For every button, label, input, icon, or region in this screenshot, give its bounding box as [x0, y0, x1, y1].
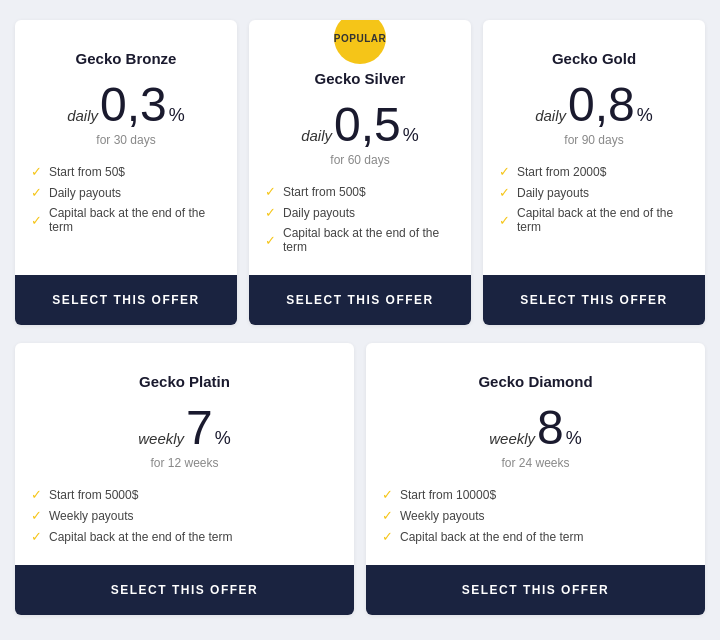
- rate-label-platin: weekly: [138, 430, 184, 447]
- feature-item: ✓Start from 5000$: [31, 484, 338, 505]
- check-icon: ✓: [265, 233, 276, 248]
- rate-period-diamond: for 24 weeks: [382, 456, 689, 470]
- feature-text: Capital back at the end of the term: [283, 226, 455, 254]
- rate-period-bronze: for 30 days: [31, 133, 221, 147]
- feature-text: Start from 50$: [49, 165, 125, 179]
- rate-period-platin: for 12 weeks: [31, 456, 338, 470]
- plan-card-diamond: Gecko Diamondweekly 8 %for 24 weeks✓Star…: [366, 343, 705, 615]
- plan-title-silver: Gecko Silver: [265, 70, 455, 87]
- feature-item: ✓Capital back at the end of the term: [499, 203, 689, 237]
- feature-text: Weekly payouts: [49, 509, 134, 523]
- select-btn-gold[interactable]: SELECT THIS OFFER: [483, 275, 705, 325]
- plan-title-gold: Gecko Gold: [499, 50, 689, 67]
- top-plans-grid: Gecko Bronzedaily 0,3 %for 30 days✓Start…: [15, 20, 705, 325]
- popular-badge: POPULAR: [334, 20, 386, 64]
- feature-text: Daily payouts: [517, 186, 589, 200]
- feature-item: ✓Start from 10000$: [382, 484, 689, 505]
- feature-item: ✓Start from 500$: [265, 181, 455, 202]
- rate-block-diamond: weekly 8 %: [382, 404, 689, 452]
- feature-text: Start from 10000$: [400, 488, 496, 502]
- feature-item: ✓Capital back at the end of the term: [31, 526, 338, 547]
- select-btn-platin[interactable]: SELECT THIS OFFER: [15, 565, 354, 615]
- rate-percent-platin: %: [215, 428, 231, 449]
- rate-block-platin: weekly 7 %: [31, 404, 338, 452]
- check-icon: ✓: [382, 529, 393, 544]
- check-icon: ✓: [31, 185, 42, 200]
- feature-item: ✓Daily payouts: [499, 182, 689, 203]
- feature-item: ✓Weekly payouts: [31, 505, 338, 526]
- features-silver: ✓Start from 500$✓Daily payouts✓Capital b…: [265, 181, 455, 257]
- rate-label-silver: daily: [301, 127, 332, 144]
- feature-text: Capital back at the end of the term: [49, 206, 221, 234]
- plan-card-bronze: Gecko Bronzedaily 0,3 %for 30 days✓Start…: [15, 20, 237, 325]
- plan-title-platin: Gecko Platin: [31, 373, 338, 390]
- check-icon: ✓: [31, 164, 42, 179]
- feature-text: Start from 5000$: [49, 488, 138, 502]
- features-diamond: ✓Start from 10000$✓Weekly payouts✓Capita…: [382, 484, 689, 547]
- feature-text: Capital back at the end of the term: [517, 206, 689, 234]
- check-icon: ✓: [382, 508, 393, 523]
- rate-number-silver: 0,5: [334, 101, 401, 149]
- feature-item: ✓Capital back at the end of the term: [31, 203, 221, 237]
- feature-item: ✓Capital back at the end of the term: [265, 223, 455, 257]
- plan-card-platin: Gecko Platinweekly 7 %for 12 weeks✓Start…: [15, 343, 354, 615]
- feature-text: Capital back at the end of the term: [400, 530, 583, 544]
- rate-number-platin: 7: [186, 404, 213, 452]
- feature-item: ✓Weekly payouts: [382, 505, 689, 526]
- feature-item: ✓Daily payouts: [31, 182, 221, 203]
- rate-number-gold: 0,8: [568, 81, 635, 129]
- check-icon: ✓: [499, 185, 510, 200]
- rate-period-gold: for 90 days: [499, 133, 689, 147]
- plan-title-bronze: Gecko Bronze: [31, 50, 221, 67]
- plan-title-diamond: Gecko Diamond: [382, 373, 689, 390]
- plan-card-silver: POPULARGecko Silverdaily 0,5 %for 60 day…: [249, 20, 471, 325]
- select-btn-silver[interactable]: SELECT THIS OFFER: [249, 275, 471, 325]
- check-icon: ✓: [265, 184, 276, 199]
- plan-card-gold: Gecko Golddaily 0,8 %for 90 days✓Start f…: [483, 20, 705, 325]
- select-btn-diamond[interactable]: SELECT THIS OFFER: [366, 565, 705, 615]
- feature-item: ✓Capital back at the end of the term: [382, 526, 689, 547]
- rate-percent-bronze: %: [169, 105, 185, 126]
- features-gold: ✓Start from 2000$✓Daily payouts✓Capital …: [499, 161, 689, 237]
- check-icon: ✓: [499, 164, 510, 179]
- rate-label-bronze: daily: [67, 107, 98, 124]
- feature-text: Daily payouts: [283, 206, 355, 220]
- rate-label-diamond: weekly: [489, 430, 535, 447]
- feature-text: Start from 500$: [283, 185, 366, 199]
- check-icon: ✓: [31, 487, 42, 502]
- features-platin: ✓Start from 5000$✓Weekly payouts✓Capital…: [31, 484, 338, 547]
- rate-period-silver: for 60 days: [265, 153, 455, 167]
- feature-text: Capital back at the end of the term: [49, 530, 232, 544]
- features-bronze: ✓Start from 50$✓Daily payouts✓Capital ba…: [31, 161, 221, 237]
- select-btn-bronze[interactable]: SELECT THIS OFFER: [15, 275, 237, 325]
- rate-percent-silver: %: [403, 125, 419, 146]
- feature-item: ✓Daily payouts: [265, 202, 455, 223]
- rate-block-gold: daily 0,8 %: [499, 81, 689, 129]
- feature-item: ✓Start from 2000$: [499, 161, 689, 182]
- rate-block-bronze: daily 0,3 %: [31, 81, 221, 129]
- rate-number-diamond: 8: [537, 404, 564, 452]
- check-icon: ✓: [31, 213, 42, 228]
- rate-number-bronze: 0,3: [100, 81, 167, 129]
- bottom-plans-grid: Gecko Platinweekly 7 %for 12 weeks✓Start…: [15, 343, 705, 615]
- rate-percent-diamond: %: [566, 428, 582, 449]
- rate-percent-gold: %: [637, 105, 653, 126]
- feature-text: Start from 2000$: [517, 165, 606, 179]
- feature-text: Daily payouts: [49, 186, 121, 200]
- check-icon: ✓: [31, 529, 42, 544]
- rate-block-silver: daily 0,5 %: [265, 101, 455, 149]
- feature-text: Weekly payouts: [400, 509, 485, 523]
- check-icon: ✓: [31, 508, 42, 523]
- feature-item: ✓Start from 50$: [31, 161, 221, 182]
- check-icon: ✓: [382, 487, 393, 502]
- check-icon: ✓: [265, 205, 276, 220]
- rate-label-gold: daily: [535, 107, 566, 124]
- check-icon: ✓: [499, 213, 510, 228]
